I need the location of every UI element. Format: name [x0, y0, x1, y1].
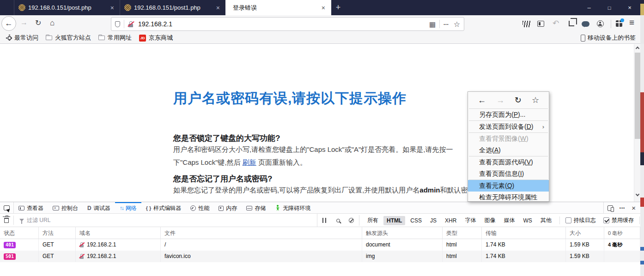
account-icon[interactable] [597, 20, 604, 27]
type-filter-all[interactable]: 所有 [364, 215, 382, 226]
chat-bubble-icon[interactable] [582, 21, 589, 27]
type-filter-other[interactable]: 其他 [537, 215, 555, 226]
tab-close-icon[interactable]: × [320, 4, 327, 12]
column-header-domain[interactable]: 域名 [76, 227, 161, 239]
toolbar-divider [611, 20, 611, 28]
devtools-tab-console[interactable]: >控制台 [48, 202, 83, 213]
search-icon[interactable] [336, 219, 340, 222]
tab-close-icon[interactable]: × [109, 4, 115, 12]
persist-log-checkbox[interactable]: 持续日志 [565, 216, 596, 224]
devtools-tab-memory[interactable]: 内存 [214, 202, 242, 213]
text: ) [531, 123, 534, 130]
browser-tab-post-php[interactable]: 192.168.0.151/post.php × [14, 0, 120, 15]
window-close-button[interactable]: × [623, 4, 637, 11]
column-header-file[interactable]: 文件 [161, 227, 362, 239]
devtools-menu-icon[interactable]: ••• [620, 206, 625, 210]
column-header-waterfall[interactable]: 0 毫秒 [604, 227, 640, 239]
back-icon[interactable]: ← [478, 96, 486, 105]
bookmark-common-sites[interactable]: 常用网址 [98, 34, 132, 42]
refresh-link[interactable]: 刷新 [243, 158, 256, 166]
devtools-tab-debugger[interactable]: D调试器 [83, 202, 115, 213]
url-bar[interactable]: 192.168.2.1 ▦ ••• ☆ [111, 17, 464, 31]
screenshot-icon[interactable] [569, 21, 574, 26]
tab-close-icon[interactable]: × [215, 4, 221, 12]
browser-tab-login-error-active[interactable]: 登录错误 × [225, 0, 331, 15]
forward-icon[interactable]: → [496, 96, 504, 105]
undo-icon[interactable]: ↶ [553, 18, 559, 28]
request-row-favicon[interactable]: 501 GET 192.168.2.1 favicon.ico img html… [0, 251, 640, 262]
column-header-method[interactable]: 方法 [39, 227, 76, 239]
back-button[interactable]: ← [1, 16, 16, 31]
menu-item-view-page-source[interactable]: 查看页面源代码(V) [468, 156, 549, 168]
menu-item-view-background-image[interactable]: 查看背景图像(W) [468, 133, 549, 144]
request-row-root[interactable]: 401 GET 192.168.2.1 / document html 1.74… [0, 239, 640, 251]
menu-icon[interactable]: ≡ [629, 18, 634, 28]
bookmark-label: 最常访问 [14, 34, 38, 42]
reload-icon[interactable]: ↻ [515, 95, 522, 105]
file-cell: favicon.ico [161, 251, 362, 262]
column-header-size[interactable]: 大小 [566, 227, 604, 239]
bookmark-jd[interactable]: JD 京东商城 [139, 34, 173, 42]
page-actions-icon[interactable]: ••• [444, 22, 449, 26]
tracking-protection-shield-icon[interactable] [115, 21, 120, 27]
gift-extension-icon[interactable] [616, 20, 622, 27]
context-menu-icon-row: ← → ↻ ☆ [468, 92, 549, 108]
column-header-initiator[interactable]: 触发源头 [362, 227, 443, 239]
bookmark-mobile-devices[interactable]: 移动设备上的书签 [581, 34, 636, 42]
devtools-tab-accessibility[interactable]: 无障碍环境 [270, 202, 315, 213]
bookmark-star-icon[interactable]: ☆ [532, 95, 539, 105]
window-maximize-button[interactable]: □ [602, 5, 616, 11]
new-tab-button[interactable]: + [331, 0, 345, 15]
menu-item-inspect-accessibility[interactable]: 检查无障碍环境属性 [468, 192, 549, 202]
home-button[interactable]: ⌂ [50, 18, 55, 28]
block-requests-icon[interactable] [349, 218, 354, 223]
devtools-tab-network-active[interactable]: ↑↓网络 [115, 202, 141, 213]
menu-item-inspect-element[interactable]: 查看元素(Q) [468, 180, 549, 192]
url-text[interactable]: 192.168.2.1 [138, 20, 429, 28]
column-header-status[interactable]: 状态 [0, 227, 39, 239]
devtools-tab-inspector[interactable]: 查看器 [14, 202, 48, 213]
browser-tab-post1-php[interactable]: 192.168.0.151/post1.php × [120, 0, 225, 15]
scrollbar-thumb[interactable] [635, 53, 640, 139]
clear-requests-trash-icon[interactable] [4, 218, 9, 223]
type-filter-images[interactable]: 图像 [481, 215, 498, 226]
type-filter-html-selected[interactable]: HTML [383, 216, 405, 225]
column-header-type[interactable]: 类型 [443, 227, 482, 239]
devtools-tab-style-editor[interactable]: { }样式编辑器 [141, 202, 186, 213]
options-group: 持续日志 禁用缓存 [559, 216, 639, 224]
menu-item-select-all[interactable]: 全选(A) [468, 144, 549, 156]
scrollbar-up-icon[interactable] [636, 47, 639, 50]
scrollbar-down-icon[interactable] [636, 192, 639, 196]
page-scrollbar[interactable] [634, 44, 640, 202]
filter-url-input[interactable] [27, 217, 202, 223]
window-minimize-button[interactable]: – [582, 4, 596, 11]
type-filter-fonts[interactable]: 字体 [462, 215, 479, 226]
type-filter-ws[interactable]: WS [520, 216, 535, 225]
column-header-transferred[interactable]: 传输 [482, 227, 566, 239]
pause-icon[interactable] [322, 218, 326, 223]
type-filter-css[interactable]: CSS [407, 216, 425, 225]
forward-button[interactable]: → [20, 18, 28, 27]
type-filter-xhr[interactable]: XHR [442, 216, 460, 225]
devtools-tab-performance[interactable]: 性能 [186, 202, 214, 213]
sidebar-toggle-icon[interactable] [537, 21, 544, 27]
network-toolbar-right: 所有 HTML CSS JS XHR 字体 图像 媒体 WS 其他 持续日志 禁… [317, 214, 644, 227]
library-icon[interactable] [522, 21, 530, 27]
bookmark-star-icon[interactable]: ☆ [454, 20, 460, 29]
type-filter-js[interactable]: JS [427, 216, 440, 225]
debugger-icon: D [87, 205, 91, 211]
insecure-lock-icon[interactable] [128, 21, 134, 27]
devtools-tab-storage[interactable]: 存储 [242, 202, 270, 213]
menu-item-save-page-as[interactable]: 另存页面为(P)... [468, 109, 549, 120]
responsive-design-icon[interactable] [608, 205, 613, 211]
pick-element-button[interactable] [0, 202, 14, 213]
disable-cache-checkbox[interactable]: 禁用缓存 [603, 216, 634, 224]
bookmark-most-visited[interactable]: 最常访问 [7, 34, 38, 42]
qr-code-icon[interactable]: ▦ [429, 21, 436, 28]
menu-item-view-page-info[interactable]: 查看页面信息(I) [468, 168, 549, 180]
bookmark-firefox-official[interactable]: 火狐官方站点 [46, 34, 91, 42]
reload-button[interactable]: ↻ [35, 18, 41, 27]
type-filter-media[interactable]: 媒体 [500, 215, 518, 226]
devtools-close-icon[interactable]: × [632, 204, 636, 212]
menu-item-send-page-to-device[interactable]: 发送页面到设备(D)› [468, 121, 549, 132]
